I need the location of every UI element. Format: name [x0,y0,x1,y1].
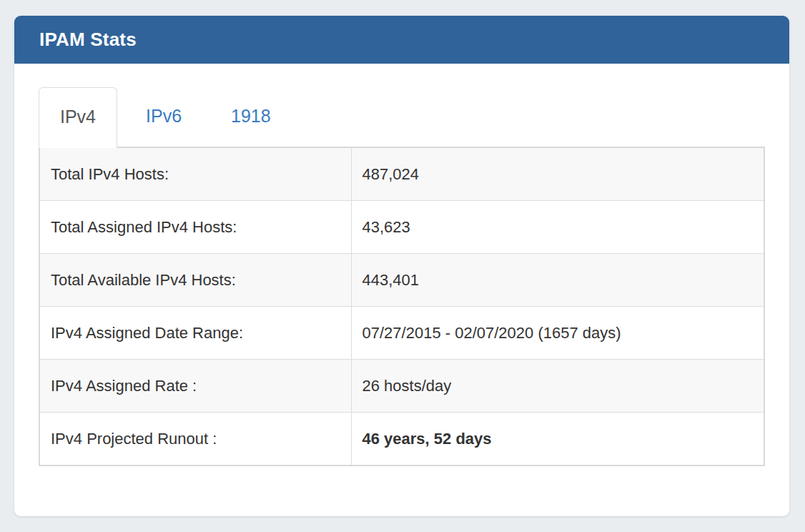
stat-value: 26 hosts/day [351,360,764,413]
stat-value: 487,024 [351,147,764,201]
tab-bar: IPv4 IPv6 1918 [39,87,765,147]
table-row: IPv4 Assigned Date Range: 07/27/2015 - 0… [39,307,764,360]
panel-heading: IPAM Stats [14,16,789,64]
table-row: Total Available IPv4 Hosts: 443,401 [39,254,764,307]
stat-value: 07/27/2015 - 02/07/2020 (1657 days) [351,307,764,360]
ipv4-stats-table: Total IPv4 Hosts: 487,024 Total Assigned… [39,147,765,466]
table-row: Total Assigned IPv4 Hosts: 43,623 [39,201,764,254]
stat-value: 443,401 [351,254,764,307]
stat-value: 43,623 [351,201,764,254]
panel-body: IPv4 IPv6 1918 Total IPv4 Hosts: 487,024… [14,64,789,466]
stat-value: 46 years, 52 days [351,413,764,466]
stat-label: IPv4 Projected Runout : [39,413,351,466]
stat-label: IPv4 Assigned Rate : [39,360,351,413]
tab-ipv6[interactable]: IPv6 [125,87,202,145]
stat-label: Total Assigned IPv4 Hosts: [39,201,351,254]
table-row: Total IPv4 Hosts: 487,024 [39,147,764,201]
table-row: IPv4 Projected Runout : 46 years, 52 day… [39,413,764,466]
tab-1918[interactable]: 1918 [210,87,292,145]
panel-title: IPAM Stats [39,29,137,51]
stat-label: Total Available IPv4 Hosts: [39,254,351,307]
tab-ipv4[interactable]: IPv4 [39,87,117,148]
table-row: IPv4 Assigned Rate : 26 hosts/day [39,360,764,413]
ipam-stats-panel: IPAM Stats IPv4 IPv6 1918 Total IPv4 Hos… [14,16,789,516]
stat-label: Total IPv4 Hosts: [39,147,351,201]
stat-label: IPv4 Assigned Date Range: [39,307,351,360]
